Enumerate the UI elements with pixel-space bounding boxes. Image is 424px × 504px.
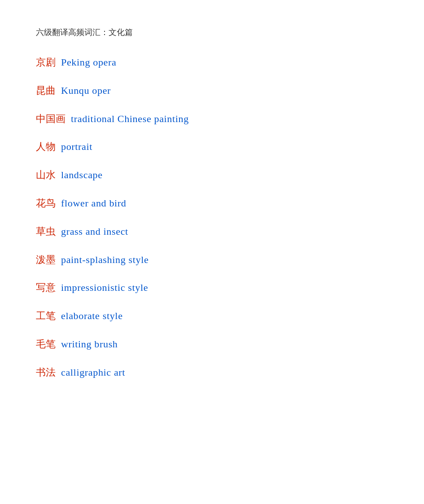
vocab-chinese: 草虫 bbox=[36, 225, 56, 239]
vocab-chinese: 写意 bbox=[36, 281, 56, 295]
vocab-item: 泼墨paint-splashing style bbox=[36, 253, 388, 267]
vocab-chinese: 中国画 bbox=[36, 112, 66, 126]
vocab-english: writing brush bbox=[61, 337, 118, 351]
vocab-item: 工笔elaborate style bbox=[36, 309, 388, 323]
vocab-english: flower and bird bbox=[61, 197, 127, 210]
vocab-item: 毛笔writing brush bbox=[36, 337, 388, 351]
vocab-item: 书法calligraphic art bbox=[36, 366, 388, 380]
vocab-chinese: 泼墨 bbox=[36, 253, 56, 267]
vocab-item: 中国画traditional Chinese painting bbox=[36, 112, 388, 126]
vocab-item: 昆曲Kunqu oper bbox=[36, 84, 388, 98]
vocab-chinese: 人物 bbox=[36, 140, 56, 154]
vocab-chinese: 昆曲 bbox=[36, 84, 56, 98]
vocab-english: traditional Chinese painting bbox=[71, 112, 189, 126]
vocab-english: impressionistic style bbox=[61, 281, 148, 295]
vocab-english: grass and insect bbox=[61, 225, 128, 239]
page-title: 六级翻译高频词汇：文化篇 bbox=[36, 27, 388, 38]
vocab-english: Kunqu oper bbox=[61, 84, 111, 98]
vocab-item: 人物portrait bbox=[36, 140, 388, 154]
vocab-chinese: 京剧 bbox=[36, 56, 56, 70]
vocab-item: 花鸟flower and bird bbox=[36, 197, 388, 210]
vocab-item: 山水landscape bbox=[36, 168, 388, 182]
vocab-item: 写意impressionistic style bbox=[36, 281, 388, 295]
vocab-item: 草虫grass and insect bbox=[36, 225, 388, 239]
vocab-chinese: 毛笔 bbox=[36, 337, 56, 351]
vocab-english: calligraphic art bbox=[61, 366, 125, 380]
vocab-chinese: 花鸟 bbox=[36, 197, 56, 210]
vocab-english: elaborate style bbox=[61, 309, 123, 323]
vocab-chinese: 书法 bbox=[36, 366, 56, 380]
vocab-english: Peking opera bbox=[61, 56, 116, 70]
vocab-chinese: 工笔 bbox=[36, 309, 56, 323]
vocab-english: paint-splashing style bbox=[61, 253, 149, 267]
vocab-english: landscape bbox=[61, 168, 103, 182]
vocab-chinese: 山水 bbox=[36, 168, 56, 182]
vocab-item: 京剧Peking opera bbox=[36, 56, 388, 70]
vocab-english: portrait bbox=[61, 140, 92, 154]
